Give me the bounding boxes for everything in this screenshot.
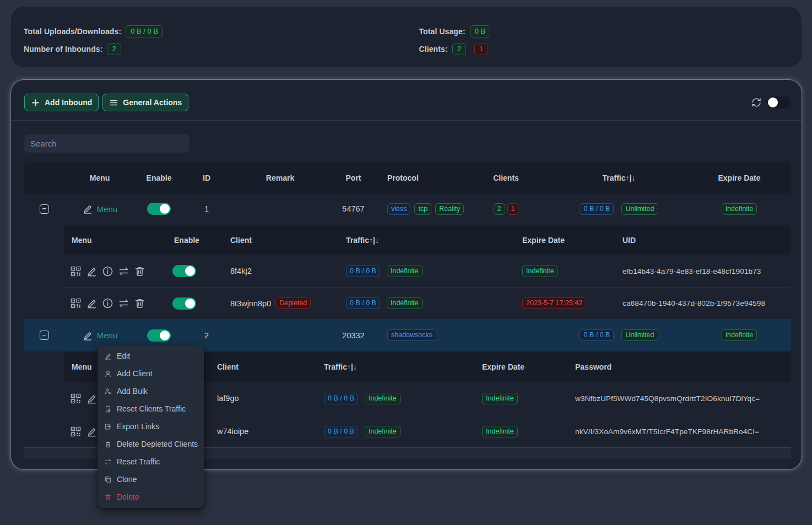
- client-name: 8t3wjnn8p0: [230, 299, 271, 308]
- dropdown-item-label: Reset Traffic: [117, 457, 160, 466]
- client-expire-tag: Indefinite: [522, 266, 558, 277]
- dropdown-item-edit[interactable]: Edit: [98, 347, 204, 365]
- user-icon: [104, 370, 112, 378]
- stat-total-uploads-downloads-value: 0 B / 0 B: [126, 25, 163, 37]
- toggle-knob: [160, 204, 170, 214]
- protocol-tag: shadowsocks: [387, 329, 436, 341]
- edit-client-icon[interactable]: [86, 297, 98, 309]
- refresh-icon[interactable]: [751, 97, 762, 108]
- sub-header-traffic[interactable]: Traffic↑|↓: [338, 236, 515, 245]
- dropdown-item-clone[interactable]: Clone: [98, 470, 204, 488]
- sub-header-uid: UID: [615, 236, 791, 245]
- inbound-1-menu-button[interactable]: Menu: [82, 203, 118, 214]
- edit-client-icon[interactable]: [86, 393, 98, 404]
- dropdown-item-label: Export Links: [117, 422, 159, 431]
- stat-total-uploads-downloads-label: Total Uploads/Downloads:: [24, 27, 121, 36]
- stat-total-usage-label: Total Usage:: [419, 27, 465, 36]
- qrcode-icon[interactable]: [70, 266, 82, 277]
- client-uid: ca68470b-1940-437d-802b-1f9573e94598: [622, 299, 765, 307]
- dropdown-item-export-links[interactable]: Export Links: [98, 418, 204, 435]
- traffic-cap-tag: Unlimited: [621, 329, 658, 341]
- reset-traffic-icon[interactable]: [118, 266, 129, 277]
- auto-refresh-toggle[interactable]: [767, 96, 791, 109]
- sub-header-enable: Enable: [166, 236, 223, 245]
- expire-tag: Indefinite: [722, 203, 757, 215]
- expire-tag: Indefinite: [722, 329, 757, 341]
- collapse-row-button[interactable]: [40, 331, 49, 340]
- traffic-tag: 0 B / 0 B: [580, 329, 614, 341]
- add-inbound-button[interactable]: Add Inbound: [24, 94, 99, 111]
- file-reset-icon: [104, 405, 112, 413]
- inbound-1-protocols: vless tcp Reality: [377, 203, 482, 215]
- client-row-8f4kj2: 8f4kj2 0 B / 0 B Indefinite Indefinite e…: [64, 255, 791, 287]
- delete-client-icon[interactable]: [134, 266, 145, 277]
- bin-icon: [104, 440, 112, 448]
- info-icon[interactable]: [102, 297, 113, 309]
- clients-table-header: Menu Enable Client Traffic↑|↓ Expire Dat…: [64, 225, 791, 255]
- client-traffic-cap-tag: Indefinite: [365, 426, 400, 437]
- search-input[interactable]: [24, 134, 190, 153]
- traffic-tag: 0 B / 0 B: [580, 203, 614, 215]
- dropdown-item-reset-traffic[interactable]: Reset Traffic: [98, 453, 204, 470]
- delete-client-icon[interactable]: [134, 297, 145, 309]
- inbound-1-enable-toggle[interactable]: [147, 203, 171, 215]
- inbound-row-1: Menu 1 54767 vless tcp Reality 2 1 0 B /…: [24, 193, 791, 225]
- stat-clients-active-value: 2: [452, 43, 466, 55]
- export-icon: [104, 423, 112, 431]
- toggle-knob: [185, 299, 195, 308]
- client-traffic-tag: 0 B / 0 B: [324, 393, 358, 404]
- reset-traffic-icon[interactable]: [118, 297, 129, 309]
- dropdown-item-delete[interactable]: Delete: [98, 488, 204, 506]
- dropdown-item-label: Reset Clients Traffic: [117, 404, 186, 413]
- sub-header-password: Password: [567, 362, 791, 371]
- client-enable-toggle[interactable]: [172, 297, 196, 310]
- client-password: w3NfbzUPf5WWd745Q8pvsmQrdrttT2IO6knuI7Di…: [575, 394, 760, 403]
- info-icon[interactable]: [102, 266, 113, 277]
- toggle-knob: [768, 98, 778, 107]
- sub-header-expire-date: Expire Date: [515, 236, 615, 245]
- qrcode-icon[interactable]: [70, 393, 82, 404]
- edit-client-icon[interactable]: [86, 266, 98, 277]
- stat-number-of-inbounds: Number of Inbounds: 2: [11, 43, 407, 55]
- stat-number-of-inbounds-value: 2: [107, 43, 121, 55]
- header-id: ID: [182, 174, 231, 182]
- qrcode-icon[interactable]: [70, 297, 82, 309]
- user-star-icon: [104, 387, 112, 396]
- inbound-2-traffic: 0 B / 0 B Unlimited: [530, 329, 708, 341]
- sub-header-menu: Menu: [64, 236, 166, 245]
- dropdown-item-add-client[interactable]: Add Client: [98, 365, 204, 382]
- stat-total-usage: Total Usage: 0 B: [407, 25, 802, 37]
- dropdown-item-label: Edit: [117, 351, 130, 360]
- dropdown-item-add-bulk[interactable]: Add Bulk: [98, 382, 204, 400]
- header-traffic[interactable]: Traffic↑|↓: [530, 174, 708, 182]
- clients-active-tag: 2: [494, 203, 505, 215]
- sub-header-expire-date: Expire Date: [474, 362, 567, 371]
- inbound-2-menu-button[interactable]: Menu: [82, 330, 118, 341]
- edit-pencil-icon: [82, 203, 93, 214]
- toggle-knob: [185, 266, 195, 276]
- inbound-1-id: 1: [182, 204, 231, 213]
- dropdown-item-delete-depleted-clients[interactable]: Delete Depleted Clients: [98, 435, 204, 453]
- client-name: 8f4kj2: [230, 267, 252, 275]
- client-enable-toggle[interactable]: [172, 265, 196, 277]
- general-actions-label: General Actions: [123, 98, 182, 107]
- client-traffic-tag: 0 B / 0 B: [346, 297, 380, 309]
- client-row-8t3wjnn8p0: 8t3wjnn8p0 Depleted 0 B / 0 B Indefinite…: [64, 287, 791, 319]
- header-clients: Clients: [482, 174, 530, 182]
- inbound-1-traffic: 0 B / 0 B Unlimited: [530, 203, 708, 215]
- inbound-1-port: 54767: [329, 204, 377, 213]
- sub-header-traffic[interactable]: Traffic↑|↓: [316, 362, 474, 371]
- qrcode-icon[interactable]: [70, 426, 82, 437]
- menu-bars-icon: [109, 98, 118, 107]
- header-expire-date: Expire Date: [708, 174, 771, 182]
- client-traffic-tag: 0 B / 0 B: [324, 426, 358, 437]
- edit-client-icon[interactable]: [86, 426, 98, 437]
- security-tag: Reality: [435, 203, 464, 215]
- header-port: Port: [329, 174, 377, 182]
- dropdown-item-reset-clients-traffic[interactable]: Reset Clients Traffic: [98, 400, 204, 418]
- inbound-actions-dropdown: Edit Add Client Add Bulk Reset Clients T…: [98, 345, 204, 508]
- general-actions-button[interactable]: General Actions: [102, 94, 188, 111]
- collapse-row-button[interactable]: [40, 204, 49, 214]
- edit-icon: [104, 352, 112, 360]
- inbound-2-enable-toggle[interactable]: [147, 329, 171, 342]
